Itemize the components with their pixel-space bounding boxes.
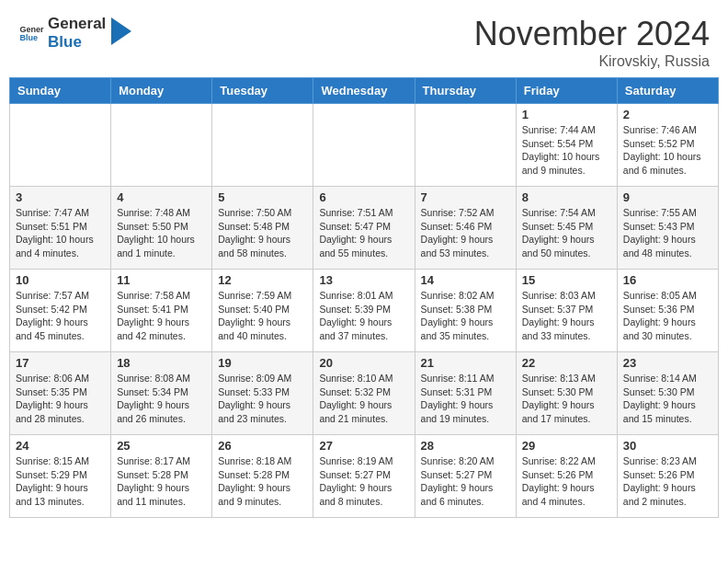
day-number: 6	[319, 190, 408, 204]
day-number: 29	[522, 439, 611, 453]
day-info: Sunrise: 8:19 AMSunset: 5:27 PMDaylight:…	[319, 454, 408, 509]
calendar-cell: 30Sunrise: 8:23 AMSunset: 5:26 PMDayligh…	[617, 435, 718, 518]
title-section: November 2024 Kirovskiy, Russia	[474, 15, 710, 70]
day-info: Sunrise: 7:48 AMSunset: 5:50 PMDaylight:…	[117, 206, 206, 260]
day-info: Sunrise: 8:06 AMSunset: 5:35 PMDaylight:…	[16, 372, 105, 426]
day-number: 1	[522, 108, 611, 121]
day-info: Sunrise: 8:22 AMSunset: 5:26 PMDaylight:…	[522, 454, 611, 509]
day-number: 7	[421, 190, 510, 204]
calendar-header: SundayMondayTuesdayWednesdayThursdayFrid…	[10, 78, 719, 104]
day-number: 3	[16, 190, 105, 204]
day-number: 20	[319, 356, 408, 370]
day-info: Sunrise: 7:52 AMSunset: 5:46 PMDaylight:…	[421, 206, 510, 260]
calendar-cell: 18Sunrise: 8:08 AMSunset: 5:34 PMDayligh…	[111, 352, 212, 435]
day-number: 22	[522, 356, 611, 370]
day-number: 13	[319, 273, 408, 287]
calendar-cell: 3Sunrise: 7:47 AMSunset: 5:51 PMDaylight…	[10, 187, 111, 270]
day-number: 11	[117, 273, 206, 287]
svg-marker-3	[111, 17, 131, 45]
calendar-cell	[313, 104, 415, 187]
day-info: Sunrise: 7:58 AMSunset: 5:41 PMDaylight:…	[117, 289, 206, 343]
day-info: Sunrise: 8:15 AMSunset: 5:29 PMDaylight:…	[16, 454, 105, 509]
calendar-cell: 22Sunrise: 8:13 AMSunset: 5:30 PMDayligh…	[516, 352, 617, 435]
day-info: Sunrise: 8:13 AMSunset: 5:30 PMDaylight:…	[522, 372, 611, 426]
day-number: 2	[623, 108, 712, 121]
day-info: Sunrise: 8:23 AMSunset: 5:26 PMDaylight:…	[623, 454, 712, 509]
day-info: Sunrise: 8:10 AMSunset: 5:32 PMDaylight:…	[319, 372, 408, 426]
day-number: 9	[623, 190, 712, 204]
weekday-header-sunday: Sunday	[10, 78, 111, 104]
day-number: 27	[319, 439, 408, 453]
day-info: Sunrise: 7:54 AMSunset: 5:45 PMDaylight:…	[522, 206, 611, 260]
day-info: Sunrise: 8:14 AMSunset: 5:30 PMDaylight:…	[623, 372, 712, 426]
page-header: General Blue General Blue November 2024 …	[0, 0, 728, 77]
day-info: Sunrise: 7:47 AMSunset: 5:51 PMDaylight:…	[16, 206, 105, 260]
day-number: 19	[218, 356, 307, 370]
calendar-cell: 28Sunrise: 8:20 AMSunset: 5:27 PMDayligh…	[415, 435, 516, 518]
logo-arrow-icon	[111, 17, 131, 45]
calendar-cell: 14Sunrise: 8:02 AMSunset: 5:38 PMDayligh…	[415, 270, 516, 352]
month-title: November 2024	[474, 15, 710, 53]
day-info: Sunrise: 7:50 AMSunset: 5:48 PMDaylight:…	[218, 206, 307, 260]
calendar-cell: 26Sunrise: 8:18 AMSunset: 5:28 PMDayligh…	[212, 435, 313, 518]
day-info: Sunrise: 8:03 AMSunset: 5:37 PMDaylight:…	[522, 289, 611, 343]
day-info: Sunrise: 7:57 AMSunset: 5:42 PMDaylight:…	[16, 289, 105, 343]
calendar-week-row: 24Sunrise: 8:15 AMSunset: 5:29 PMDayligh…	[10, 435, 719, 518]
svg-text:General: General	[19, 25, 44, 34]
day-info: Sunrise: 7:55 AMSunset: 5:43 PMDaylight:…	[623, 206, 712, 260]
calendar-cell: 15Sunrise: 8:03 AMSunset: 5:37 PMDayligh…	[516, 270, 617, 352]
calendar-cell: 13Sunrise: 8:01 AMSunset: 5:39 PMDayligh…	[313, 270, 415, 352]
calendar-cell: 11Sunrise: 7:58 AMSunset: 5:41 PMDayligh…	[111, 270, 212, 352]
day-number: 17	[16, 356, 105, 370]
calendar-cell: 19Sunrise: 8:09 AMSunset: 5:33 PMDayligh…	[212, 352, 313, 435]
day-number: 14	[421, 273, 510, 287]
day-info: Sunrise: 8:11 AMSunset: 5:31 PMDaylight:…	[421, 372, 510, 426]
calendar-cell: 27Sunrise: 8:19 AMSunset: 5:27 PMDayligh…	[313, 435, 415, 518]
calendar-cell	[111, 104, 212, 187]
day-number: 26	[218, 439, 307, 453]
calendar-cell: 9Sunrise: 7:55 AMSunset: 5:43 PMDaylight…	[617, 187, 718, 270]
svg-text:Blue: Blue	[19, 34, 38, 43]
calendar-cell: 29Sunrise: 8:22 AMSunset: 5:26 PMDayligh…	[516, 435, 617, 518]
day-number: 18	[117, 356, 206, 370]
calendar-cell: 21Sunrise: 8:11 AMSunset: 5:31 PMDayligh…	[415, 352, 516, 435]
day-info: Sunrise: 8:20 AMSunset: 5:27 PMDaylight:…	[421, 454, 510, 509]
day-number: 4	[117, 190, 206, 204]
day-info: Sunrise: 8:08 AMSunset: 5:34 PMDaylight:…	[117, 372, 206, 426]
weekday-header-row: SundayMondayTuesdayWednesdayThursdayFrid…	[10, 78, 719, 104]
weekday-header-monday: Monday	[111, 78, 212, 104]
calendar-cell: 10Sunrise: 7:57 AMSunset: 5:42 PMDayligh…	[10, 270, 111, 352]
weekday-header-wednesday: Wednesday	[313, 78, 415, 104]
day-number: 12	[218, 273, 307, 287]
calendar-cell: 4Sunrise: 7:48 AMSunset: 5:50 PMDaylight…	[111, 187, 212, 270]
day-info: Sunrise: 8:01 AMSunset: 5:39 PMDaylight:…	[319, 289, 408, 343]
day-info: Sunrise: 8:18 AMSunset: 5:28 PMDaylight:…	[218, 454, 307, 509]
calendar-cell: 24Sunrise: 8:15 AMSunset: 5:29 PMDayligh…	[10, 435, 111, 518]
calendar-week-row: 3Sunrise: 7:47 AMSunset: 5:51 PMDaylight…	[10, 187, 719, 270]
logo: General Blue General Blue	[18, 15, 131, 52]
day-info: Sunrise: 8:17 AMSunset: 5:28 PMDaylight:…	[117, 454, 206, 509]
calendar-cell: 7Sunrise: 7:52 AMSunset: 5:46 PMDaylight…	[415, 187, 516, 270]
day-info: Sunrise: 7:51 AMSunset: 5:47 PMDaylight:…	[319, 206, 408, 260]
day-info: Sunrise: 8:02 AMSunset: 5:38 PMDaylight:…	[421, 289, 510, 343]
calendar-week-row: 10Sunrise: 7:57 AMSunset: 5:42 PMDayligh…	[10, 270, 719, 352]
calendar-cell: 6Sunrise: 7:51 AMSunset: 5:47 PMDaylight…	[313, 187, 415, 270]
day-info: Sunrise: 7:59 AMSunset: 5:40 PMDaylight:…	[218, 289, 307, 343]
calendar-cell	[212, 104, 313, 187]
calendar-cell	[10, 104, 111, 187]
calendar-cell	[415, 104, 516, 187]
calendar-cell: 12Sunrise: 7:59 AMSunset: 5:40 PMDayligh…	[212, 270, 313, 352]
weekday-header-friday: Friday	[516, 78, 617, 104]
day-number: 5	[218, 190, 307, 204]
calendar-cell: 25Sunrise: 8:17 AMSunset: 5:28 PMDayligh…	[111, 435, 212, 518]
location: Kirovskiy, Russia	[474, 53, 710, 70]
calendar-body: 1Sunrise: 7:44 AMSunset: 5:54 PMDaylight…	[10, 104, 719, 518]
calendar-cell: 8Sunrise: 7:54 AMSunset: 5:45 PMDaylight…	[516, 187, 617, 270]
calendar-cell: 2Sunrise: 7:46 AMSunset: 5:52 PMDaylight…	[617, 104, 718, 187]
day-info: Sunrise: 7:46 AMSunset: 5:52 PMDaylight:…	[623, 123, 712, 178]
calendar-cell: 16Sunrise: 8:05 AMSunset: 5:36 PMDayligh…	[617, 270, 718, 352]
weekday-header-saturday: Saturday	[617, 78, 718, 104]
day-info: Sunrise: 7:44 AMSunset: 5:54 PMDaylight:…	[522, 123, 611, 178]
logo-general: General	[48, 15, 106, 33]
day-number: 10	[16, 273, 105, 287]
